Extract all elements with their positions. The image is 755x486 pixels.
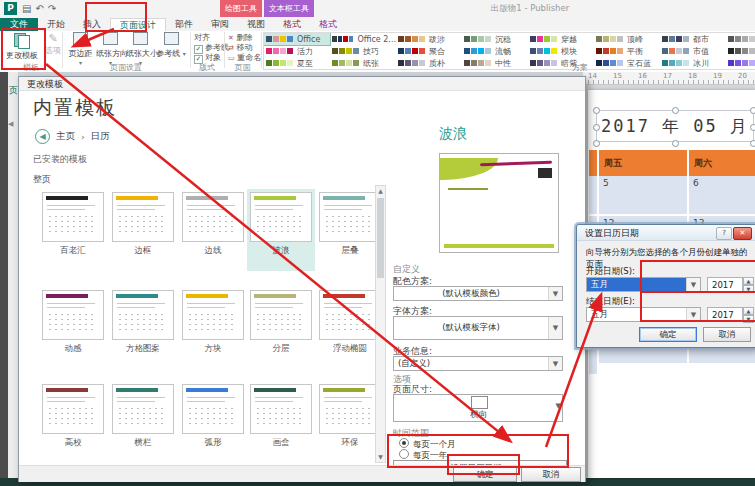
end-month-combobox[interactable]: 五月 ▼ — [586, 307, 701, 322]
scheme-冰川[interactable]: 冰川 — [660, 57, 726, 69]
scheme-技巧[interactable]: 技巧 — [330, 45, 396, 57]
selection-handle[interactable] — [750, 124, 755, 131]
font-scheme-combobox[interactable]: (默认模板字体)▼ — [393, 316, 563, 340]
tab-部件[interactable]: 部件 — [166, 18, 202, 31]
end-year-spinner[interactable]: 2017 — [707, 307, 743, 322]
redo-icon[interactable]: ↷ — [48, 3, 60, 14]
date-ok-button[interactable]: 确定 — [639, 327, 697, 342]
selection-handle[interactable] — [593, 107, 600, 114]
close-icon[interactable]: ✕ — [733, 227, 752, 240]
thumb-accent — [254, 294, 296, 298]
thumb-line — [47, 397, 95, 398]
undo-icon[interactable]: ↶ — [35, 3, 47, 14]
chevron-down-icon[interactable]: ▼ — [548, 317, 562, 339]
scheme-市值[interactable]: 市值 — [660, 45, 726, 57]
tab-format-1[interactable]: 格式 — [274, 18, 310, 31]
template-横栏[interactable]: 横栏 — [109, 381, 177, 463]
gallery-scrollbar[interactable]: ▲ ▼ — [375, 185, 386, 463]
chevron-down-icon[interactable]: ▼ — [548, 287, 562, 300]
scrollbar-thumb[interactable] — [377, 198, 384, 278]
scheme-模块[interactable]: 模块 — [528, 45, 594, 57]
scheme-平衡[interactable]: 平衡 — [594, 45, 660, 57]
scheme-partial[interactable] — [726, 45, 755, 57]
pagesetup-button-3[interactable]: 纸张大小▾ — [126, 32, 155, 66]
pagesetup-button-1[interactable]: 页边距▾ — [66, 32, 95, 66]
thumb-line — [324, 205, 372, 206]
tab-开始[interactable]: 开始 — [38, 18, 74, 31]
date-cancel-button[interactable]: 取消 — [703, 327, 751, 342]
guides-button[interactable]: 参考线 ▾ — [156, 32, 186, 59]
scroll-up-icon[interactable]: ▲ — [376, 186, 385, 196]
template-分层[interactable]: 分层 — [247, 287, 315, 369]
template-thumbnail — [250, 384, 312, 434]
scheme-Office[interactable]: Office — [264, 33, 330, 45]
chevron-down-icon[interactable]: ▼ — [686, 278, 700, 291]
template-边线[interactable]: 边线 — [179, 189, 247, 271]
scheme-沉稳[interactable]: 沉稳 — [462, 33, 528, 45]
template-方块[interactable]: 方块 — [179, 287, 247, 369]
template-画盒[interactable]: 画盒 — [247, 381, 315, 463]
scheme-中性[interactable]: 中性 — [462, 57, 528, 69]
collapse-pane-icon[interactable]: ◀ — [8, 120, 13, 128]
tab-审阅[interactable]: 审阅 — [202, 18, 238, 31]
scheme-夏至[interactable]: 夏至 — [264, 57, 330, 69]
save-icon[interactable]: ▤ — [22, 3, 35, 14]
scroll-down-icon[interactable]: ▼ — [376, 452, 385, 462]
end-year-spin-buttons[interactable]: ▲▼ — [743, 307, 754, 322]
template-层叠[interactable]: 层叠 — [316, 189, 384, 271]
chevron-down-icon[interactable]: ▼ — [556, 402, 561, 410]
selection-handle[interactable] — [593, 124, 600, 131]
scheme-聚合[interactable]: 聚合 — [396, 45, 462, 57]
cancel-button[interactable]: 取消 — [521, 467, 581, 482]
thumb-grid — [47, 406, 97, 428]
template-百老汇[interactable]: 百老汇 — [39, 189, 107, 271]
scheme-质朴[interactable]: 质朴 — [396, 57, 462, 69]
scheme-跋涉[interactable]: 跋涉 — [396, 33, 462, 45]
tab-插入[interactable]: 插入 — [74, 18, 110, 31]
ok-button[interactable]: 确定 — [453, 467, 517, 482]
back-icon[interactable]: ◀ — [35, 129, 50, 144]
scheme-穿越[interactable]: 穿越 — [528, 33, 594, 45]
color-scheme-combobox[interactable]: (默认模板颜色)▼ — [393, 286, 563, 301]
business-info-combobox[interactable]: (自定义)▼ — [393, 356, 563, 371]
tab-视图[interactable]: 视图 — [238, 18, 274, 31]
scheme-顶峰[interactable]: 顶峰 — [594, 33, 660, 45]
tab-页面设计[interactable]: 页面设计 — [110, 18, 166, 31]
start-year-spinner[interactable]: 2017 — [707, 277, 743, 292]
help-icon[interactable]: ? — [716, 227, 732, 240]
scheme-都市[interactable]: 都市 — [660, 33, 726, 45]
scheme-宝石蓝[interactable]: 宝石蓝 — [594, 57, 660, 69]
page-button-2[interactable]: ⇄ 移动 — [228, 43, 261, 53]
scheme-活力[interactable]: 活力 — [264, 45, 330, 57]
template-高校[interactable]: 高校 — [39, 381, 107, 463]
template-波浪[interactable]: 波浪 — [247, 189, 315, 271]
change-template-button[interactable]: 更改模板 — [2, 32, 42, 61]
page-button-1[interactable]: ✕ 删除 — [228, 33, 261, 43]
start-year-spin-buttons[interactable]: ▲▼ — [743, 277, 754, 292]
calendar-title-textbox[interactable]: 2017 年 05 月 — [596, 110, 754, 142]
breadcrumb-home[interactable]: 主页 — [56, 130, 75, 143]
scheme-纸张[interactable]: 纸张 — [330, 57, 396, 69]
tab-file[interactable]: 文件 — [0, 18, 38, 31]
template-方格图案[interactable]: 方格图案 — [109, 287, 177, 369]
page-size-selector[interactable]: 横向 ▼ — [393, 394, 563, 422]
template-边框[interactable]: 边框 — [109, 189, 177, 271]
selection-handle[interactable] — [750, 140, 755, 147]
start-month-combobox[interactable]: 五月 ▼ — [586, 277, 701, 292]
selection-handle[interactable] — [672, 107, 679, 114]
template-动感[interactable]: 动感 — [39, 287, 107, 369]
template-浮动椭圆[interactable]: 浮动椭圆 — [316, 287, 384, 369]
template-环保[interactable]: 环保 — [316, 381, 384, 463]
chevron-down-icon[interactable]: ▼ — [548, 357, 562, 370]
template-弧形[interactable]: 弧形 — [179, 381, 247, 463]
scheme-partial[interactable] — [726, 57, 755, 69]
tab-format-2[interactable]: 格式 — [310, 18, 346, 31]
chevron-down-icon[interactable]: ▼ — [686, 308, 700, 321]
pagesetup-button-2[interactable]: 纸张方向▾ — [96, 32, 125, 66]
scheme-partial[interactable] — [726, 33, 755, 45]
selection-handle[interactable] — [750, 107, 755, 114]
scheme-流畅[interactable]: 流畅 — [462, 45, 528, 57]
selection-handle[interactable] — [672, 140, 679, 147]
scheme-Office 2...[interactable]: Office 2... — [330, 33, 396, 45]
selection-handle[interactable] — [593, 140, 600, 147]
